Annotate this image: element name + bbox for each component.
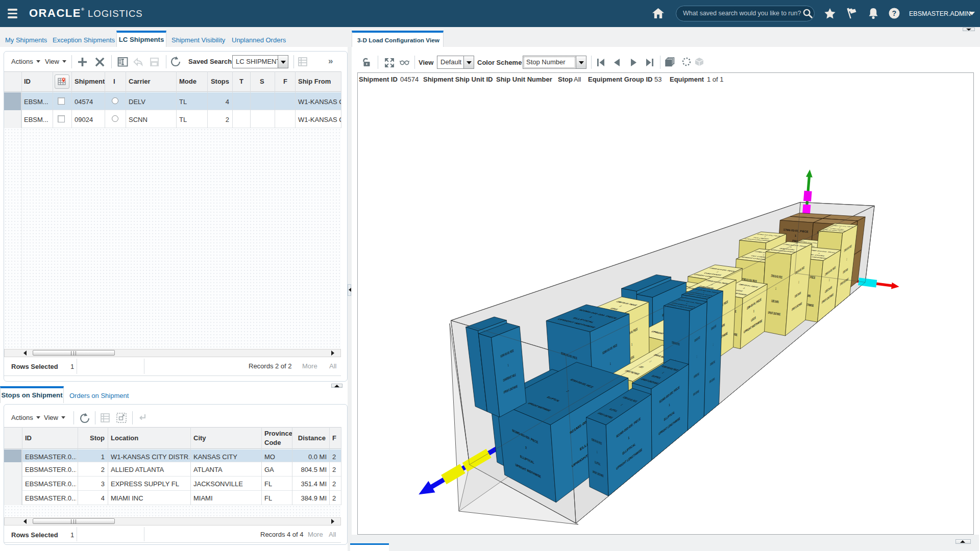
svg-text:1: 1 [753,309,754,314]
svg-text:1: 1 [610,361,611,366]
svg-text:?: ? [892,9,897,17]
svg-text:1: 1 [713,343,714,346]
svg-text:1: 1 [631,342,632,346]
svg-text:1: 1 [628,435,630,440]
svg-text:CUBE CHAIRS: CUBE CHAIRS [771,298,779,304]
svg-text:UPRIGHT LENGTHWISE: UPRIGHT LENGTHWISE [768,310,780,316]
svg-text:1: 1 [697,355,697,359]
svg-text:1: 1 [795,234,797,237]
